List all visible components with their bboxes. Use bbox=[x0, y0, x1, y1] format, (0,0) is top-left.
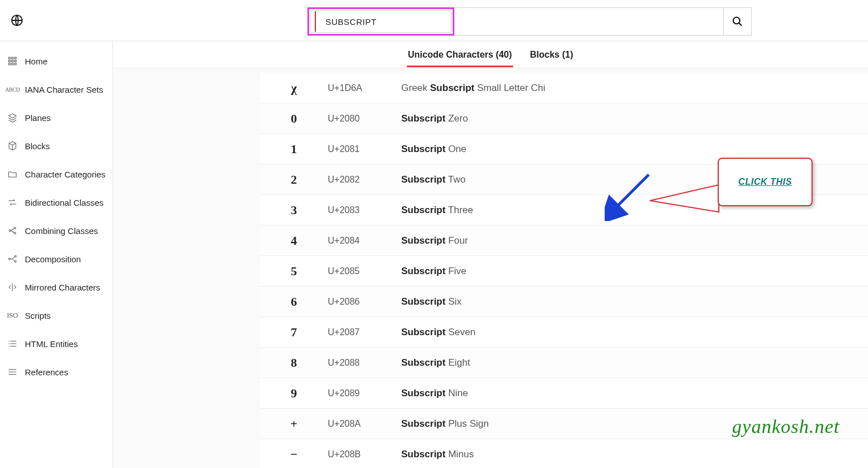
sidebar-item-planes[interactable]: Planes bbox=[0, 103, 112, 132]
search-highlight-annotation bbox=[307, 7, 454, 36]
svg-rect-2 bbox=[8, 57, 10, 59]
result-row[interactable]: 0U+2080Subscript Zero bbox=[260, 103, 868, 134]
watermark: gyankosh.net bbox=[732, 416, 840, 437]
search-input-extended[interactable] bbox=[454, 7, 724, 36]
result-name: Subscript One bbox=[401, 144, 466, 155]
result-glyph: χ bbox=[260, 81, 328, 96]
sidebar-item-label: Combining Classes bbox=[25, 226, 98, 236]
result-row[interactable]: 4U+2084Subscript Four bbox=[260, 226, 868, 256]
result-codepoint: U+208B bbox=[328, 449, 401, 460]
svg-point-14 bbox=[8, 258, 10, 260]
combining-icon bbox=[7, 225, 18, 236]
iso-icon: ISO bbox=[7, 310, 18, 321]
search-input[interactable] bbox=[310, 10, 452, 33]
tab-characters[interactable]: Unicode Characters (40) bbox=[407, 43, 513, 67]
result-codepoint: U+2089 bbox=[328, 388, 401, 398]
sidebar-item-categories[interactable]: Character Categories bbox=[0, 160, 112, 188]
svg-rect-9 bbox=[12, 63, 14, 65]
result-glyph: 6 bbox=[260, 294, 328, 309]
result-row[interactable]: 7U+2087Subscript Seven bbox=[260, 317, 868, 348]
sidebar-item-label: Decomposition bbox=[25, 254, 81, 264]
result-codepoint: U+2082 bbox=[328, 175, 401, 185]
svg-point-1 bbox=[734, 18, 740, 24]
result-row[interactable]: 5U+2085Subscript Five bbox=[260, 256, 868, 287]
result-codepoint: U+2086 bbox=[328, 297, 401, 307]
search-icon bbox=[732, 16, 743, 27]
result-name: Subscript Seven bbox=[401, 327, 475, 338]
svg-point-15 bbox=[15, 255, 16, 257]
result-row[interactable]: −U+208BSubscript Minus bbox=[260, 439, 868, 468]
svg-point-12 bbox=[14, 227, 16, 229]
svg-point-16 bbox=[15, 261, 16, 262]
result-name: Subscript Four bbox=[401, 235, 468, 246]
sidebar-item-label: Planes bbox=[25, 113, 51, 123]
sidebar-item-html-entities[interactable]: HTML Entities bbox=[0, 330, 112, 358]
result-glyph: 3 bbox=[260, 203, 328, 218]
result-row[interactable]: 9U+2089Subscript Nine bbox=[260, 378, 868, 409]
sidebar-item-iana[interactable]: ABCD IANA Character Sets bbox=[0, 75, 112, 103]
result-codepoint: U+2085 bbox=[328, 266, 401, 276]
sidebar-item-label: Mirrored Characters bbox=[25, 283, 100, 292]
result-name: Subscript Plus Sign bbox=[401, 418, 489, 430]
cube-icon bbox=[7, 140, 18, 151]
sidebar-item-blocks[interactable]: Blocks bbox=[0, 132, 112, 160]
result-codepoint: U+2088 bbox=[328, 358, 401, 368]
result-codepoint: U+2087 bbox=[328, 327, 401, 337]
layers-icon bbox=[7, 112, 18, 123]
result-codepoint: U+208A bbox=[328, 419, 401, 429]
sidebar-item-label: Character Categories bbox=[25, 170, 106, 179]
content: Unicode Characters (40) Blocks (1) χU+1D… bbox=[113, 41, 868, 468]
sidebar-item-label: Bidirectional Classes bbox=[25, 198, 103, 207]
search-bar bbox=[307, 7, 752, 36]
result-tabs: Unicode Characters (40) Blocks (1) bbox=[113, 41, 868, 68]
sidebar-item-decomposition[interactable]: Decomposition bbox=[0, 245, 112, 273]
svg-rect-7 bbox=[15, 60, 16, 62]
sidebar-item-references[interactable]: References bbox=[0, 358, 112, 386]
sidebar-item-home[interactable]: Home bbox=[0, 47, 112, 75]
result-glyph: 8 bbox=[260, 356, 328, 370]
result-glyph: 7 bbox=[260, 325, 328, 340]
result-glyph: 9 bbox=[260, 386, 328, 401]
search-button[interactable] bbox=[723, 7, 752, 36]
result-name: Subscript Two bbox=[401, 174, 466, 185]
header bbox=[0, 0, 868, 41]
result-glyph: − bbox=[260, 447, 328, 462]
sidebar-item-label: HTML Entities bbox=[25, 339, 78, 349]
result-codepoint: U+1D6A bbox=[328, 83, 401, 93]
result-row[interactable]: 1U+2081Subscript One bbox=[260, 134, 868, 164]
sidebar-item-scripts[interactable]: ISO Scripts bbox=[0, 301, 112, 330]
svg-rect-10 bbox=[15, 63, 16, 65]
decomposition-icon bbox=[7, 253, 18, 265]
svg-rect-3 bbox=[12, 57, 14, 59]
result-glyph: 4 bbox=[260, 233, 328, 248]
result-name: Greek Subscript Small Letter Chi bbox=[401, 83, 545, 94]
sidebar-item-bidi[interactable]: Bidirectional Classes bbox=[0, 188, 112, 216]
result-codepoint: U+2080 bbox=[328, 114, 401, 124]
result-name: Subscript Six bbox=[401, 296, 462, 307]
result-row[interactable]: 6U+2086Subscript Six bbox=[260, 287, 868, 317]
svg-point-11 bbox=[9, 230, 11, 232]
result-glyph: + bbox=[260, 417, 328, 431]
sidebar-item-label: Scripts bbox=[25, 311, 51, 320]
tab-blocks[interactable]: Blocks (1) bbox=[529, 43, 574, 67]
sidebar-item-label: Home bbox=[25, 57, 47, 66]
svg-rect-8 bbox=[8, 63, 10, 65]
main: Home ABCD IANA Character Sets Planes Blo… bbox=[0, 41, 868, 468]
result-glyph: 0 bbox=[260, 111, 328, 126]
result-name: Subscript Minus bbox=[401, 449, 474, 460]
bidi-icon bbox=[7, 197, 18, 208]
result-row[interactable]: 8U+2088Subscript Eight bbox=[260, 348, 868, 378]
result-row[interactable]: χU+1D6AGreek Subscript Small Letter Chi bbox=[260, 73, 868, 103]
result-glyph: 1 bbox=[260, 142, 328, 157]
result-row[interactable]: 3U+2083Subscript Three bbox=[260, 195, 868, 226]
sidebar-item-combining[interactable]: Combining Classes bbox=[0, 216, 112, 245]
result-name: Subscript Zero bbox=[401, 113, 468, 124]
sidebar-item-label: Blocks bbox=[25, 141, 50, 151]
result-codepoint: U+2083 bbox=[328, 205, 401, 215]
result-name: Subscript Three bbox=[401, 205, 473, 216]
sidebar-item-mirrored[interactable]: Mirrored Characters bbox=[0, 273, 112, 301]
result-row[interactable]: 2U+2082Subscript Two bbox=[260, 164, 868, 195]
language-button[interactable] bbox=[6, 14, 28, 27]
mirror-icon bbox=[7, 281, 18, 293]
result-name: Subscript Five bbox=[401, 266, 466, 277]
